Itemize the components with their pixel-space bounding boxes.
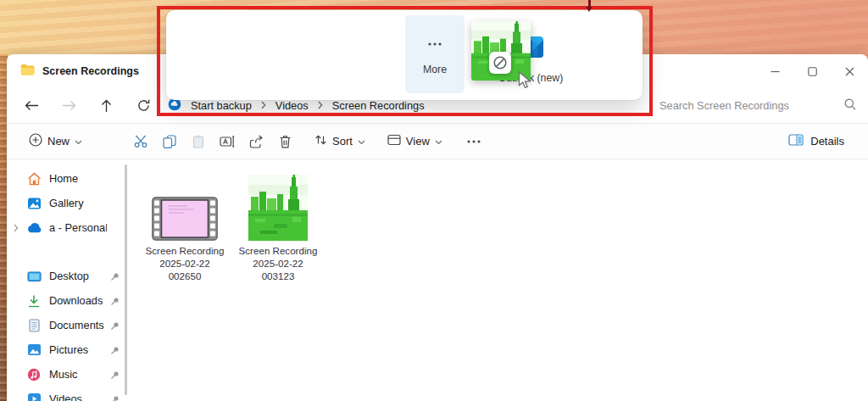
sort-button-label: Sort [332,135,353,148]
pin-icon [107,394,122,401]
music-icon [25,368,42,382]
sidebar-item-music[interactable]: Music [7,362,122,387]
desktop-icon [25,270,42,282]
up-button[interactable] [93,93,119,119]
sort-arrows-icon [314,134,327,148]
sort-button[interactable]: Sort [309,130,370,153]
sidebar-item-home[interactable]: Home [7,166,122,191]
file-item-video[interactable]: Screen Recording 2025-02-22 002650 [144,170,225,282]
chevron-down-icon [358,135,365,148]
rename-button[interactable] [213,129,242,154]
sidebar-item-desktop[interactable]: Desktop [7,264,122,288]
search-icon[interactable] [844,98,856,114]
gallery-icon [25,197,42,210]
minimize-button[interactable] [756,54,793,88]
content-area: Home Gallery [7,159,868,401]
pin-icon [107,345,122,355]
window-controls [756,54,868,88]
details-pane-icon [788,134,804,148]
new-plus-icon [29,133,42,149]
delete-button[interactable] [270,129,299,154]
window-title: Screen Recordings [42,65,139,77]
downloads-icon [25,294,42,308]
back-button[interactable] [19,93,44,119]
share-button[interactable] [242,129,270,154]
explorer-tab[interactable]: Screen Recordings [7,54,139,88]
screen: Screen Recordings [0,0,868,401]
chevron-down-icon [435,135,442,148]
home-icon [25,172,42,186]
pin-icon [107,320,122,331]
search-box [659,93,856,119]
more-options-button[interactable] [459,129,488,154]
cut-button[interactable] [126,129,155,154]
new-button-label: New [47,135,70,148]
pin-icon [107,271,122,281]
view-button[interactable]: View [382,130,448,153]
documents-icon [25,319,42,332]
sidebar-item-gallery[interactable]: Gallery [7,191,122,215]
nav-arrows [7,93,156,119]
forward-button[interactable] [56,93,81,119]
video-filmstrip-thumbnail [152,170,218,241]
annotation-highlight-rectangle [157,6,653,116]
pictures-icon [25,343,42,356]
sidebar-item-pictures[interactable]: Pictures [7,337,122,362]
file-item-image[interactable]: Screen Recording 2025-02-22 003123 [237,170,319,282]
pin-icon [107,370,122,380]
close-button[interactable] [831,54,868,88]
chevron-right-icon[interactable] [7,224,25,232]
folder-icon [20,64,35,79]
details-button-label: Details [810,135,844,148]
pin-icon [107,296,122,306]
refresh-button[interactable] [131,93,156,119]
file-name: Screen Recording 2025-02-22 003123 [239,244,318,282]
sidebar-item-downloads[interactable]: Downloads [7,288,122,313]
sidebar: Home Gallery [7,159,134,401]
onedrive-cloud-icon [25,222,42,233]
sidebar-scrollbar[interactable] [125,164,127,395]
sidebar-item-onedrive-personal[interactable]: a - Personal [7,215,122,240]
paste-button[interactable] [184,129,213,154]
sidebar-item-videos[interactable]: Videos [7,387,122,401]
file-name: Screen Recording 2025-02-22 002650 [146,244,225,282]
file-grid: Screen Recording 2025-02-22 002650 Scree… [134,159,868,401]
maximize-button[interactable] [793,54,831,88]
sidebar-item-documents[interactable]: Documents [7,313,122,337]
videos-icon [25,393,42,401]
image-thumbnail [248,170,308,241]
details-button[interactable]: Details [782,130,851,153]
view-layout-icon [387,134,401,148]
chevron-down-icon [75,135,82,148]
view-button-label: View [406,135,430,148]
copy-button[interactable] [155,129,184,154]
annotation-pointer-arrowhead [586,7,593,12]
command-bar: New [7,124,868,159]
new-button[interactable]: New [24,129,87,153]
search-input[interactable] [659,99,844,112]
